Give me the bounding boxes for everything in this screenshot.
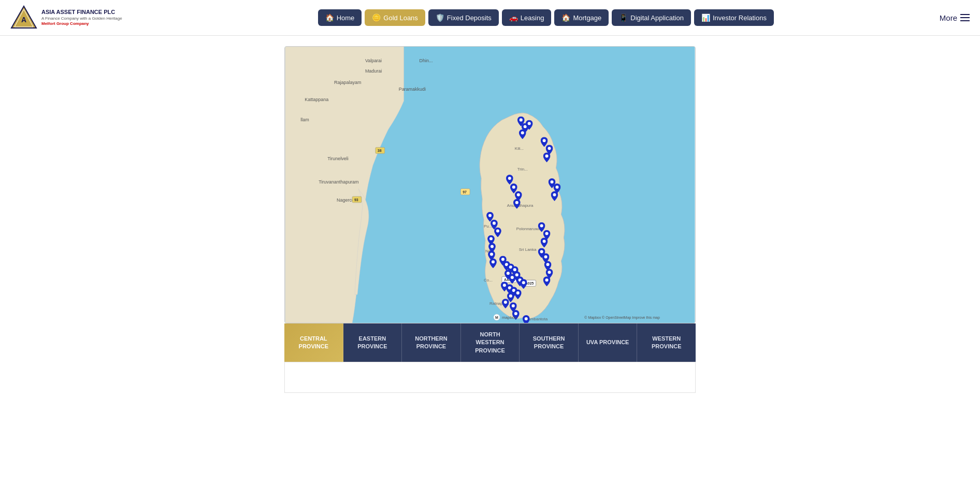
nav-home[interactable]: 🏠 Home xyxy=(318,9,362,26)
svg-text:Trin...: Trin... xyxy=(517,167,528,172)
svg-text:Paramakkudi: Paramakkudi xyxy=(399,87,426,92)
nav-leasing[interactable]: 🚗 Leasing xyxy=(502,9,552,26)
logo-text: ASIA ASSET FINANCE PLC A Finance Company… xyxy=(41,8,122,26)
svg-text:Polonnaruwa: Polonnaruwa xyxy=(516,227,541,231)
mortgage-icon: 🏠 xyxy=(561,13,570,22)
svg-text:Valparai: Valparai xyxy=(365,58,382,63)
svg-text:© Mapbox © OpenStreetMap  Impr: © Mapbox © OpenStreetMap Improve this ma… xyxy=(584,316,660,320)
tab-uva-province[interactable]: UVA PROVINCE xyxy=(579,323,638,362)
nav-digital-label: Digital Application xyxy=(630,14,684,22)
map-container[interactable]: Tirunelveli Tiruvananthapuram Nagercoil … xyxy=(284,46,696,323)
logo-icon: A xyxy=(10,4,37,31)
shield-icon: 🛡️ xyxy=(436,13,444,22)
group-label: Melfort Group Company xyxy=(41,21,122,26)
hamburger-icon xyxy=(960,14,970,21)
nav-gold-loans[interactable]: 🪙 Gold Loans xyxy=(365,9,425,26)
svg-text:Dhin...: Dhin... xyxy=(420,58,433,63)
nav-investor[interactable]: 📊 Investor Relations xyxy=(694,9,774,26)
svg-text:Kili...: Kili... xyxy=(515,146,524,151)
tab-northern-province[interactable]: NORTHERNPROVINCE xyxy=(402,323,461,362)
svg-text:Sri Lanka: Sri Lanka xyxy=(519,247,537,252)
company-name: ASIA ASSET FINANCE PLC xyxy=(41,8,122,16)
svg-text:Rajapalayam: Rajapalayam xyxy=(334,80,361,85)
nav-mortgage-label: Mortgage xyxy=(573,14,601,22)
province-tabs: CENTRALPROVINCE EASTERNPROVINCE NORTHERN… xyxy=(284,323,696,362)
car-icon: 🚗 xyxy=(509,13,518,22)
svg-text:Tirunelveli: Tirunelveli xyxy=(327,156,348,161)
tagline: A Finance Company with a Golden Heritage xyxy=(41,16,122,21)
svg-text:93: 93 xyxy=(354,198,358,202)
tab-eastern-province[interactable]: EASTERNPROVINCE xyxy=(343,323,402,362)
svg-text:M: M xyxy=(495,316,498,319)
tab-southern-province[interactable]: SOUTHERNPROVINCE xyxy=(520,323,579,362)
bottom-content-area xyxy=(284,362,696,393)
svg-text:Madurai: Madurai xyxy=(365,68,382,74)
map-svg: Tirunelveli Tiruvananthapuram Nagercoil … xyxy=(285,47,695,323)
investor-icon: 📊 xyxy=(701,13,710,22)
nav-gold-loans-label: Gold Loans xyxy=(383,14,418,22)
logo-area: A ASIA ASSET FINANCE PLC A Finance Compa… xyxy=(10,4,122,31)
nav-fixed-deposits[interactable]: 🛡️ Fixed Deposits xyxy=(428,9,499,26)
nav-fixed-deposits-label: Fixed Deposits xyxy=(447,14,492,22)
svg-text:Tiruvananthapuram: Tiruvananthapuram xyxy=(319,179,358,185)
nav-leasing-label: Leasing xyxy=(521,14,544,22)
svg-text:97: 97 xyxy=(463,190,467,194)
tab-western-province[interactable]: WESTERNPROVINCE xyxy=(637,323,696,362)
gold-icon: 🪙 xyxy=(372,13,381,22)
svg-text:A: A xyxy=(21,16,26,24)
more-label: More xyxy=(940,13,957,22)
tab-north-western-province[interactable]: NORTHWESTERNPROVINCE xyxy=(461,323,520,362)
nav-investor-label: Investor Relations xyxy=(713,14,767,22)
more-button[interactable]: More xyxy=(940,13,970,22)
nav-home-label: Home xyxy=(337,14,355,22)
svg-text:mapbox: mapbox xyxy=(502,315,516,320)
home-icon: 🏠 xyxy=(325,13,334,22)
svg-text:Kattappana: Kattappana xyxy=(305,97,328,102)
header: A ASIA ASSET FINANCE PLC A Finance Compa… xyxy=(0,0,980,36)
main-nav: 🏠 Home 🪙 Gold Loans 🛡️ Fixed Deposits 🚗 … xyxy=(122,9,970,26)
svg-text:Co...: Co... xyxy=(484,278,493,283)
svg-text:38: 38 xyxy=(378,149,382,152)
svg-text:Anuradhapura: Anuradhapura xyxy=(507,203,534,208)
tab-central-province[interactable]: CENTRALPROVINCE xyxy=(284,323,343,362)
svg-text:llam: llam xyxy=(300,117,309,122)
nav-mortgage[interactable]: 🏠 Mortgage xyxy=(554,9,609,26)
nav-digital[interactable]: 📱 Digital Application xyxy=(612,9,691,26)
digital-icon: 📱 xyxy=(619,13,628,22)
